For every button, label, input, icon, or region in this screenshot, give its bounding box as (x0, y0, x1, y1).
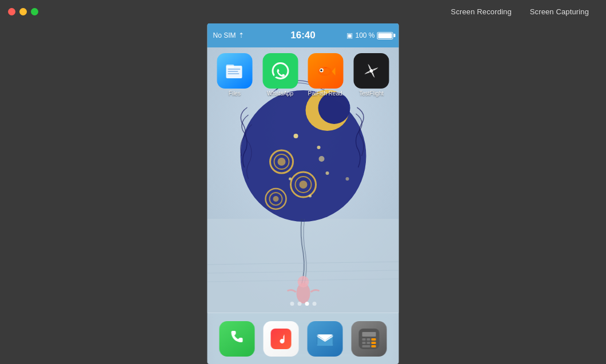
dock-phone[interactable] (220, 321, 255, 357)
svg-point-11 (300, 181, 308, 189)
status-bar: No SIM ⇡ 16:40 ▣ 100 % (208, 23, 399, 47)
page-dot-3 (305, 302, 309, 306)
svg-point-17 (326, 171, 329, 175)
whatsapp-icon[interactable] (262, 53, 298, 89)
svg-point-19 (309, 195, 312, 198)
carrier-label: No SIM (213, 31, 236, 39)
svg-rect-53 (371, 345, 376, 347)
files-label: Files (229, 90, 241, 97)
svg-rect-39 (271, 329, 292, 349)
svg-point-18 (289, 178, 292, 181)
svg-point-16 (317, 146, 321, 149)
svg-point-23 (298, 276, 309, 287)
title-bar-actions: Screen Recording Screen Capturing (442, 5, 598, 18)
svg-rect-50 (366, 342, 370, 344)
whatsapp-label: WhatsApp (267, 90, 293, 97)
svg-rect-30 (228, 71, 238, 72)
wallpaper: Files WhatsApp (208, 47, 399, 313)
dock-calculator[interactable] (351, 321, 386, 357)
svg-point-15 (294, 134, 298, 138)
svg-point-5 (318, 92, 350, 124)
svg-point-21 (346, 177, 349, 181)
svg-point-37 (323, 69, 330, 74)
battery-icon (377, 32, 393, 39)
svg-rect-29 (228, 69, 240, 70)
dock-mail[interactable] (307, 321, 342, 357)
app-files[interactable]: Files (213, 53, 257, 97)
phone-frame: No SIM ⇡ 16:40 ▣ 100 % (208, 23, 399, 364)
battery-fill (378, 33, 392, 38)
dock-music[interactable] (264, 321, 299, 357)
screen-recording-button[interactable]: Screen Recording (442, 5, 521, 18)
wifi-icon: ⇡ (238, 31, 244, 39)
svg-rect-45 (362, 332, 376, 337)
svg-rect-51 (371, 342, 376, 344)
title-bar: Screen Recording Screen Capturing (0, 0, 606, 23)
page-dot-2 (297, 302, 301, 306)
status-left: No SIM ⇡ (213, 31, 244, 39)
svg-point-20 (319, 156, 325, 162)
minimize-button[interactable] (19, 8, 27, 15)
screen-icon: ▣ (346, 31, 353, 39)
palfish-icon[interactable] (308, 53, 344, 89)
svg-point-14 (273, 196, 279, 202)
page-dot-1 (290, 302, 294, 306)
app-icon-grid: Files WhatsApp (213, 53, 393, 97)
testflight-icon[interactable] (354, 53, 389, 89)
palfish-label: PalFish Read. (308, 90, 344, 97)
close-button[interactable] (8, 8, 15, 15)
battery-bar (377, 32, 393, 39)
svg-point-36 (321, 69, 323, 71)
time-display: 16:40 (290, 30, 315, 41)
phone-screen: No SIM ⇡ 16:40 ▣ 100 % (208, 23, 399, 364)
svg-rect-46 (362, 338, 365, 341)
maximize-button[interactable] (31, 8, 38, 15)
svg-point-8 (278, 158, 286, 166)
battery-percent: 100 % (355, 31, 374, 39)
svg-rect-52 (362, 345, 370, 347)
svg-rect-48 (371, 338, 376, 341)
traffic-lights (8, 8, 38, 15)
status-right: ▣ 100 % (346, 31, 393, 39)
svg-rect-49 (362, 342, 365, 344)
svg-rect-47 (366, 338, 370, 341)
app-palfish[interactable]: PalFish Read. (304, 53, 348, 97)
svg-point-38 (370, 69, 373, 73)
files-icon[interactable] (217, 53, 252, 89)
testflight-label: TestFlight (359, 90, 384, 97)
dock (208, 313, 399, 364)
app-whatsapp[interactable]: WhatsApp (258, 53, 302, 97)
svg-rect-28 (226, 65, 234, 68)
page-dot-4 (312, 302, 316, 306)
app-testflight[interactable]: TestFlight (350, 53, 393, 97)
svg-marker-34 (332, 67, 336, 75)
svg-rect-31 (228, 73, 239, 74)
screen-capturing-button[interactable]: Screen Capturing (521, 5, 598, 18)
page-dots (290, 302, 316, 306)
